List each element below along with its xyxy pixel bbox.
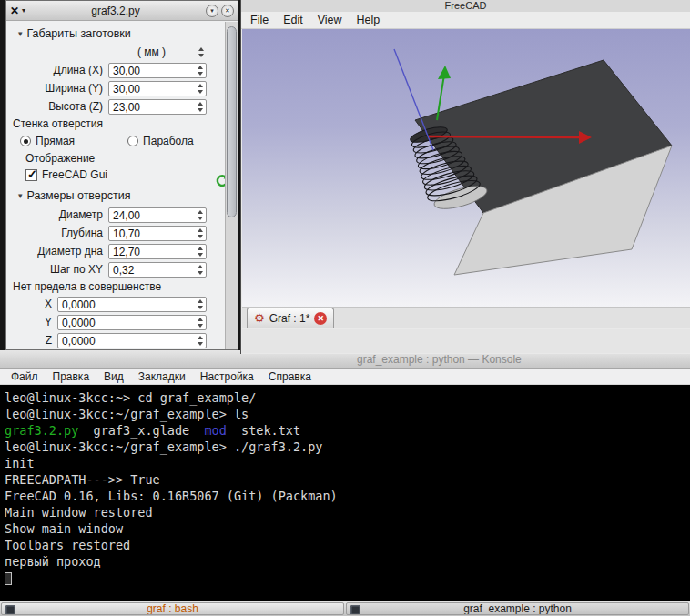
freecad-menu-view[interactable]: View	[310, 14, 350, 26]
width-y-decrement-icon[interactable]	[198, 90, 203, 94]
width-y-value[interactable]: 30,00	[109, 82, 194, 96]
xy-step-decrement-icon[interactable]	[198, 271, 203, 275]
dialog-titlebar[interactable]: ✕ ▾ graf3.2.py ▾ ✕	[6, 1, 238, 21]
terminal-output[interactable]: leo@linux-3kcc:~> cd graf_example/leo@li…	[0, 385, 690, 601]
length-x-spinbox[interactable]: 30,00	[108, 63, 207, 78]
bottom-diameter-increment-icon[interactable]	[198, 247, 203, 250]
offset-x-increment-icon[interactable]	[198, 299, 203, 303]
window-menu-arrow-icon[interactable]: ▾	[22, 6, 25, 15]
offset-y-decrement-icon[interactable]	[198, 324, 203, 328]
length-x-spin-buttons[interactable]	[194, 64, 206, 77]
diameter-decrement-icon[interactable]	[198, 217, 203, 220]
freecad-menu-help[interactable]: Help	[350, 14, 388, 26]
terminal-text-segment: graf3_x.glade	[78, 423, 204, 438]
offset-x-decrement-icon[interactable]	[198, 306, 203, 309]
offset-y-spin-buttons[interactable]	[194, 316, 206, 329]
depth-decrement-icon[interactable]	[198, 235, 203, 238]
diameter-spin-buttons[interactable]	[194, 208, 206, 222]
offset-x-value[interactable]: 0,0000	[58, 298, 194, 311]
bottom-diameter-spin-buttons[interactable]	[194, 245, 206, 258]
offset-y-value[interactable]: 0,0000	[58, 316, 194, 329]
xyz-rows: X0,0000Y0,0000Z0,0000	[6, 295, 225, 349]
depth-increment-icon[interactable]	[198, 228, 203, 232]
xy-step-increment-icon[interactable]	[198, 265, 203, 268]
freecad-gui-checkbox[interactable]	[25, 169, 37, 181]
width-y-spin-buttons[interactable]	[194, 82, 206, 96]
konsole-menubar: ФайлПравкаВидЗакладкиНастройкаСправка	[0, 369, 690, 385]
terminal-text-segment: Main window restored	[5, 505, 153, 520]
offset-z-value[interactable]: 0,0000	[58, 334, 194, 348]
offset-x-spinbox[interactable]: 0,0000	[57, 297, 207, 312]
offset-z-spin-buttons[interactable]	[194, 334, 206, 348]
konsole-menu-help[interactable]: Справка	[261, 370, 319, 383]
konsole-menu-edit[interactable]: Правка	[46, 370, 97, 383]
decrement-icon[interactable]	[198, 54, 204, 57]
freecad-gui-row[interactable]: FreeCAD Gui	[6, 167, 225, 183]
radio-parabola[interactable]: Парабола	[127, 135, 194, 147]
document-tab[interactable]: ⚙ Graf : 1* ✕	[247, 308, 334, 328]
offset-x-spin-buttons[interactable]	[194, 298, 206, 311]
radio-parabola-circle[interactable]	[127, 136, 138, 146]
dialog-scrollbar-thumb[interactable]	[227, 26, 237, 217]
freecad-menu-file[interactable]: File	[243, 14, 276, 26]
height-z-value[interactable]: 23,00	[109, 100, 194, 114]
konsole-menu-file[interactable]: Файл	[4, 370, 46, 383]
freecad-bottom-panel	[242, 329, 690, 353]
height-z-spinbox[interactable]: 23,00	[108, 99, 207, 115]
expander-down-icon[interactable]: ▾	[18, 191, 23, 200]
offset-z-increment-icon[interactable]	[198, 336, 203, 339]
taskbar-item-graf-bash[interactable]: graf : bash	[1, 602, 344, 615]
diameter-label: Диаметр	[6, 208, 108, 221]
offset-z-label: Z	[6, 334, 57, 347]
length-x-increment-icon[interactable]	[198, 66, 203, 69]
bottom-diameter-spinbox[interactable]: 12,70	[108, 244, 207, 259]
units-spin-buttons[interactable]	[195, 47, 207, 57]
height-z-decrement-icon[interactable]	[198, 108, 203, 112]
diameter-spinbox[interactable]: 24,00	[108, 207, 207, 223]
3d-viewport[interactable]	[242, 29, 690, 307]
width-y-increment-icon[interactable]	[198, 84, 203, 87]
freecad-menu-edit[interactable]: Edit	[276, 14, 310, 26]
terminal-text-segment: Toolbars restored	[5, 538, 130, 552]
length-x-label: Длина (X)	[6, 64, 108, 76]
offset-y-row: Y0,0000	[6, 313, 225, 331]
offset-z-spinbox[interactable]: 0,0000	[57, 333, 207, 348]
dims-section-header[interactable]: ▾ Габариты заготовки	[6, 25, 225, 43]
depth-spinbox[interactable]: 10,70	[108, 226, 207, 241]
konsole-menu-settings[interactable]: Настройка	[193, 370, 261, 383]
close-button[interactable]: ✕	[221, 5, 234, 17]
depth-spin-buttons[interactable]	[194, 227, 206, 240]
radio-straight[interactable]: Прямая	[20, 135, 75, 147]
length-x-decrement-icon[interactable]	[198, 72, 203, 76]
offset-z-decrement-icon[interactable]	[198, 342, 203, 346]
offset-y-spinbox[interactable]: 0,0000	[57, 315, 207, 330]
xy-step-spinbox[interactable]: 0,32	[108, 262, 207, 278]
konsole-menu-view[interactable]: Вид	[96, 370, 131, 383]
bottom-diameter-value[interactable]: 12,70	[109, 245, 194, 258]
height-z-spin-buttons[interactable]	[194, 100, 206, 114]
offset-y-increment-icon[interactable]	[198, 318, 203, 321]
konsole-title: graf_example : python — Konsole	[357, 353, 522, 366]
length-x-value[interactable]: 30,00	[109, 64, 194, 77]
height-z-increment-icon[interactable]	[198, 102, 203, 106]
konsole-menu-bookmarks[interactable]: Закладки	[131, 370, 193, 383]
terminal-line-7: Main window restored	[5, 504, 690, 520]
hole-section-header[interactable]: ▾ Размеры отверстия	[6, 186, 225, 206]
minimize-button[interactable]: ▾	[206, 5, 218, 17]
diameter-value[interactable]: 24,00	[109, 208, 194, 222]
width-y-spinbox[interactable]: 30,00	[108, 81, 207, 96]
taskbar-item-graf-example-python[interactable]: graf_example : python	[346, 602, 689, 615]
tab-close-icon[interactable]: ✕	[314, 312, 327, 325]
increment-icon[interactable]	[198, 47, 204, 51]
diameter-increment-icon[interactable]	[198, 210, 203, 214]
freecad-titlebar[interactable]: FreeCAD	[241, 0, 690, 12]
dialog-scrollbar[interactable]	[225, 22, 238, 349]
radio-straight-circle[interactable]	[20, 136, 31, 146]
expander-down-icon[interactable]: ▾	[18, 29, 23, 38]
xy-step-value[interactable]: 0,32	[109, 263, 194, 277]
xy-step-spin-buttons[interactable]	[194, 263, 206, 277]
offset-z-row: Z0,0000	[6, 331, 225, 349]
depth-value[interactable]: 10,70	[109, 227, 194, 240]
bottom-diameter-decrement-icon[interactable]	[198, 253, 203, 257]
dialog-body: ▾ Габариты заготовки ( мм ) Длина (X)30,…	[6, 22, 225, 349]
